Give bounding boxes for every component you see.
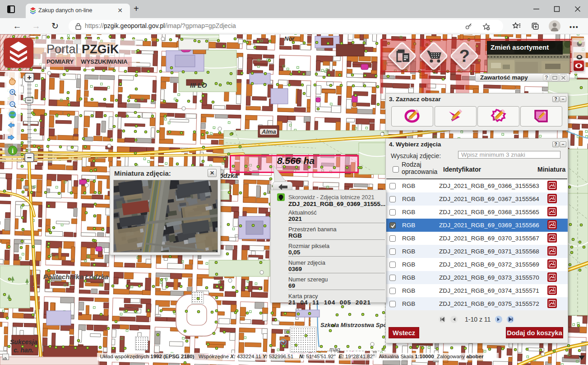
svg-text:?: ?: [459, 47, 469, 66]
svg-text:c. han.: c. han.: [14, 346, 33, 354]
svg-text:i: i: [12, 147, 14, 154]
svg-text:Nor: Nor: [284, 35, 295, 42]
svg-text:Sukcesja: Sukcesja: [10, 338, 37, 346]
svg-text:III LO: III LO: [190, 81, 207, 89]
svg-text:ódzka: ódzka: [219, 172, 238, 179]
svg-text:mag.: mag.: [329, 346, 342, 353]
svg-text:Alma: Alma: [261, 128, 276, 135]
svg-text:–: –: [27, 152, 32, 162]
svg-text:+: +: [27, 73, 32, 82]
svg-text:Politechnika Łódzka: Politechnika Łódzka: [43, 273, 108, 281]
